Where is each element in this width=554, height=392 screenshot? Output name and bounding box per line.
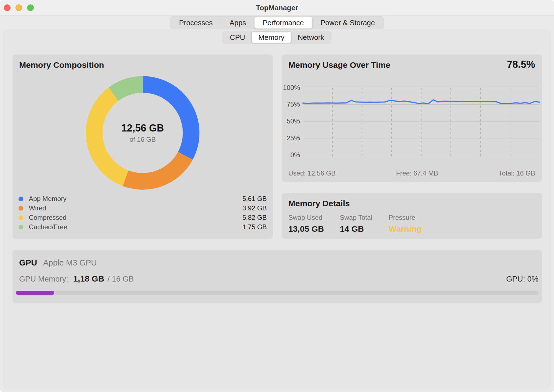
legend-value: 5,82 GB <box>242 214 267 221</box>
tab-apps[interactable]: Apps <box>221 17 254 29</box>
pressure-label: Pressure <box>389 214 422 221</box>
legend-row-compressed: Compressed 5,82 GB <box>19 213 267 222</box>
legend-label: Cached/Free <box>29 223 242 231</box>
y-axis-tick: 25% <box>282 134 300 142</box>
subtab-network[interactable]: Network <box>291 32 331 43</box>
gpu-panel: GPU Apple M3 GPU GPU Memory: 1,18 GB / 1… <box>12 250 542 303</box>
legend-value: 1,75 GB <box>242 223 267 231</box>
donut-center: 12,56 GB of 16 GB <box>102 93 183 173</box>
gpu-name: Apple M3 GPU <box>43 258 97 267</box>
details-columns: Swap Used 13,05 GB Swap Total 14 GB Pres… <box>288 214 432 234</box>
usage-line-svg <box>303 83 540 163</box>
compressed-dot-icon <box>19 215 23 220</box>
details-title: Memory Details <box>288 199 350 208</box>
swap-used-value: 13,05 GB <box>288 224 330 234</box>
swap-total-column: Swap Total 14 GB <box>340 214 379 234</box>
legend-value: 5,61 GB <box>242 195 267 203</box>
pressure-status-badge: Warning <box>389 224 422 234</box>
subtab-memory[interactable]: Memory <box>252 32 291 43</box>
legend-row-app-memory: App Memory 5,61 GB <box>19 194 267 203</box>
v-gridlines <box>332 88 510 157</box>
gpu-memory-total: / 16 GB <box>107 275 134 283</box>
composition-legend: App Memory 5,61 GB Wired 3,92 GB Compres… <box>19 194 267 232</box>
legend-label: Compressed <box>29 214 242 221</box>
app-window: TopManager Processes Apps Performance Po… <box>0 0 554 392</box>
gpu-memory-label: GPU Memory: <box>19 275 68 283</box>
wired-dot-icon <box>19 206 23 211</box>
pressure-column: Pressure Warning <box>389 214 422 234</box>
gpu-memory-used: 1,18 GB <box>73 274 104 283</box>
tab-processes[interactable]: Processes <box>171 17 221 29</box>
main-tab-bar: Processes Apps Performance Power & Stora… <box>170 16 384 29</box>
gpu-title: GPU <box>19 258 37 267</box>
usage-stats-row: Used: 12,56 GB Free: 67,4 MB Total: 16 G… <box>288 169 535 177</box>
legend-row-cached-free: Cached/Free 1,75 GB <box>19 222 267 232</box>
gpu-usage-value: GPU: 0% <box>506 275 538 283</box>
tab-performance[interactable]: Performance <box>254 17 312 29</box>
y-axis-tick: 0% <box>282 151 300 159</box>
sub-tab-bar: CPU Memory Network <box>222 31 332 44</box>
tab-power-storage[interactable]: Power & Storage <box>312 17 383 29</box>
memory-usage-panel: Memory Usage Over Time 78.5% 100% 75% 50… <box>282 54 542 182</box>
y-axis-tick: 100% <box>282 84 300 92</box>
usage-percent: 78.5% <box>507 59 535 70</box>
swap-total-value: 14 GB <box>340 224 379 234</box>
title-bar: TopManager <box>0 0 554 16</box>
usage-title: Memory Usage Over Time <box>288 60 390 70</box>
swap-used-column: Swap Used 13,05 GB <box>288 214 330 234</box>
swap-total-label: Swap Total <box>340 214 379 221</box>
donut-total-value: of 16 GB <box>130 136 156 143</box>
memory-donut-chart: 12,56 GB of 16 GB <box>86 76 199 190</box>
app-memory-dot-icon <box>19 197 23 201</box>
legend-label: Wired <box>29 204 242 212</box>
memory-details-panel: Memory Details Swap Used 13,05 GB Swap T… <box>282 193 542 239</box>
legend-label: App Memory <box>29 195 242 203</box>
memory-composition-panel: Memory Composition 12,56 GB of 16 GB App… <box>12 54 273 239</box>
composition-title: Memory Composition <box>19 60 104 70</box>
legend-value: 3,92 GB <box>242 204 267 212</box>
usage-line-chart: 100% 75% 50% 25% 0% <box>282 83 542 163</box>
stat-used: Used: 12,56 GB <box>288 169 336 177</box>
cached-free-dot-icon <box>19 225 23 229</box>
window-title: TopManager <box>0 0 554 16</box>
gpu-memory-row: GPU Memory: 1,18 GB / 16 GB GPU: 0% <box>19 274 538 283</box>
y-axis-tick: 50% <box>282 117 300 125</box>
swap-used-label: Swap Used <box>288 214 330 221</box>
stat-free: Free: 67,4 MB <box>396 169 438 177</box>
gpu-header-row: GPU Apple M3 GPU <box>19 258 97 267</box>
subtab-cpu[interactable]: CPU <box>223 32 252 43</box>
donut-used-value: 12,56 GB <box>121 122 164 134</box>
legend-row-wired: Wired 3,92 GB <box>19 203 267 213</box>
gpu-memory-fill <box>16 291 54 295</box>
stat-total: Total: 16 GB <box>499 169 535 177</box>
gpu-memory-bar-track <box>16 291 538 295</box>
y-axis-tick: 75% <box>282 100 300 109</box>
